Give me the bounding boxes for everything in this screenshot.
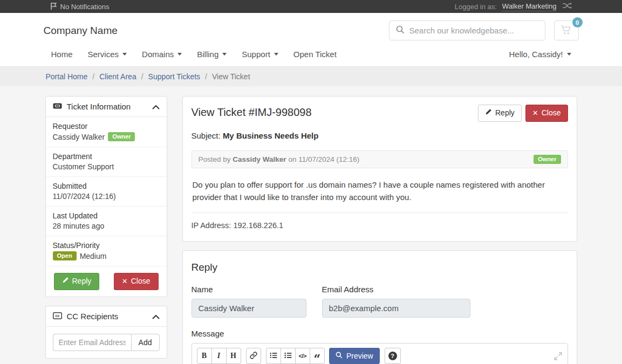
switch-account-icon[interactable] — [562, 2, 572, 11]
message-label: Message — [192, 329, 568, 338]
company-logo-text[interactable]: Company Name — [44, 25, 118, 37]
breadcrumb: Portal Home Client Area Support Tickets … — [44, 67, 579, 86]
ticket-reply-button[interactable]: Reply — [478, 105, 522, 122]
search-icon — [336, 352, 343, 360]
search-icon — [396, 25, 405, 36]
preview-button[interactable]: Preview — [329, 348, 380, 364]
italic-button[interactable]: I — [211, 348, 227, 364]
panel-title: CC Recipients — [67, 312, 119, 321]
breadcrumb-client-area[interactable]: Client Area — [99, 72, 136, 81]
account-menu[interactable]: Hello, Cassidy! — [501, 47, 578, 61]
ticket-icon — [53, 102, 62, 111]
cart-count-badge: 0 — [572, 17, 583, 28]
breadcrumb-bar: Portal Home Client Area Support Tickets … — [0, 67, 622, 86]
field-last-updated: Last Updated 28 minutes ago — [46, 207, 167, 236]
knowledgebase-search — [389, 20, 545, 40]
name-label: Name — [192, 285, 322, 294]
breadcrumb-portal-home[interactable]: Portal Home — [46, 72, 88, 81]
chevron-up-icon[interactable] — [152, 312, 160, 321]
unordered-list-button[interactable] — [266, 348, 281, 364]
sidebar-reply-button[interactable]: Reply — [54, 273, 100, 290]
author-owner-badge: Owner — [534, 155, 561, 164]
priority-value: Medium — [80, 252, 107, 260]
logged-in-as-label: Logged in as: — [455, 3, 497, 11]
caret-down-icon — [222, 53, 227, 56]
reply-card: Reply Name Email Address Message — [182, 250, 577, 364]
list-ol-icon — [284, 352, 292, 360]
message-editor: B I H — [192, 343, 568, 364]
email-label: Email Address — [322, 285, 470, 294]
department-value: Customer Support — [53, 162, 114, 171]
nav-open-ticket[interactable]: Open Ticket — [286, 47, 344, 61]
field-submitted: Submitted 11/07/2024 (12:16) — [46, 177, 167, 207]
close-icon: ✕ — [122, 277, 128, 286]
expand-editor-icon[interactable] — [553, 352, 563, 361]
field-requestor: Requestor Cassidy Walker Owner — [46, 117, 167, 147]
blockquote-button[interactable]: “ — [310, 348, 325, 364]
nav-services[interactable]: Services — [80, 47, 135, 61]
svg-text:cc: cc — [55, 314, 59, 318]
posted-by-strip: Posted by Cassidy Walker on 11/07/2024 (… — [192, 150, 568, 168]
last-updated-label: Last Updated — [53, 211, 160, 220]
submitted-value: 11/07/2024 (12:16) — [53, 192, 116, 201]
question-circle-icon: ? — [388, 352, 397, 360]
panel-title: Ticket Information — [67, 102, 131, 111]
breadcrumb-support-tickets[interactable]: Support Tickets — [148, 72, 201, 81]
sidebar-close-button[interactable]: ✕ Close — [114, 273, 159, 290]
ordered-list-button[interactable] — [281, 348, 296, 364]
ticket-subject: Subject: My Business Needs Help — [192, 131, 568, 140]
nav-domains[interactable]: Domains — [134, 47, 189, 61]
cc-add-button[interactable]: Add — [131, 334, 160, 351]
main-nav: Home Services Domains Billing Support Op… — [44, 43, 579, 66]
posted-by-label: Posted by — [199, 155, 231, 163]
cc-icon: cc — [53, 312, 62, 321]
ticket-author: Cassidy Walker — [233, 155, 286, 163]
last-updated-value: 28 minutes ago — [53, 222, 105, 230]
requestor-name: Cassidy Walker — [53, 133, 105, 141]
requestor-label: Requestor — [53, 122, 160, 131]
code-button[interactable]: </> — [295, 348, 310, 364]
status-badge: Open — [53, 251, 77, 260]
field-department: Department Customer Support — [46, 147, 167, 177]
name-field[interactable] — [192, 299, 306, 318]
divider — [192, 212, 568, 213]
ticket-information-panel: Ticket Information Requestor Cassidy Wal… — [45, 96, 167, 297]
cc-email-input[interactable] — [53, 334, 131, 351]
search-input[interactable] — [409, 26, 538, 35]
ticket-information-header[interactable]: Ticket Information — [46, 97, 167, 117]
list-ul-icon — [270, 352, 277, 360]
link-button[interactable] — [246, 348, 261, 364]
ticket-title: View Ticket #IMJ-998098 — [192, 105, 312, 119]
ticket-close-button[interactable]: ✕ Close — [525, 105, 568, 122]
cc-recipients-panel: cc CC Recipients Add — [45, 306, 167, 359]
main-content: View Ticket #IMJ-998098 Reply ✕ Close — [182, 96, 577, 364]
nav-home[interactable]: Home — [44, 47, 80, 61]
submitted-label: Submitted — [53, 182, 160, 190]
ticket-message: Do you plan to offer support for .us dom… — [192, 168, 558, 204]
editor-toolbar: B I H — [192, 344, 568, 364]
cart-button[interactable]: 0 — [554, 20, 579, 40]
nav-billing[interactable]: Billing — [189, 47, 234, 61]
caret-down-icon — [122, 53, 127, 56]
cc-recipients-header[interactable]: cc CC Recipients — [46, 306, 167, 327]
caret-down-icon — [177, 53, 182, 56]
chevron-up-icon[interactable] — [152, 102, 160, 111]
flag-icon — [50, 2, 57, 11]
caret-down-icon — [274, 53, 278, 56]
bold-button[interactable]: B — [197, 348, 212, 364]
pencil-icon — [485, 108, 492, 119]
ip-address-line: IP Address: 192.168.226.1 — [192, 221, 568, 233]
heading-button[interactable]: H — [226, 348, 241, 364]
owner-badge: Owner — [108, 132, 135, 141]
caret-down-icon — [567, 53, 571, 56]
ticket-subject-value: My Business Needs Help — [223, 131, 319, 140]
notifications-menu[interactable]: No Notifications — [50, 2, 110, 11]
link-icon — [250, 352, 257, 361]
close-icon: ✕ — [532, 108, 538, 118]
sidebar: Ticket Information Requestor Cassidy Wal… — [45, 96, 167, 364]
nav-support[interactable]: Support — [234, 47, 286, 61]
email-field[interactable] — [322, 299, 470, 318]
logged-in-user-link[interactable]: Walker Marketing — [502, 2, 557, 11]
reply-section-title: Reply — [192, 259, 568, 273]
help-button[interactable]: ? — [385, 348, 401, 364]
